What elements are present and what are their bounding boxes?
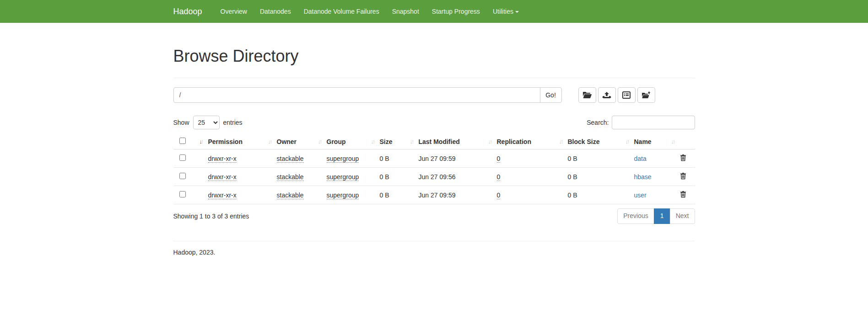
- directory-link[interactable]: data: [634, 155, 647, 162]
- create-directory-button[interactable]: [578, 87, 596, 103]
- path-bar: Go!: [173, 87, 695, 103]
- last-modified-value: Jun 27 09:59: [419, 155, 456, 162]
- sort-icon[interactable]: ↓↑: [625, 138, 629, 145]
- pagination: Previous 1 Next: [617, 208, 695, 224]
- list-alt-icon: [622, 91, 631, 99]
- header-group[interactable]: Group↓↑: [327, 134, 380, 149]
- table-footer-controls: Showing 1 to 3 of 3 entries Previous 1 N…: [173, 208, 695, 224]
- select-all-checkbox[interactable]: [179, 138, 186, 144]
- header-delete: [680, 134, 695, 149]
- directory-link[interactable]: hbase: [634, 173, 652, 181]
- sort-icon[interactable]: ↓↑: [199, 138, 203, 145]
- row-checkbox[interactable]: [179, 191, 186, 197]
- nav-item-datanode-volume-failures[interactable]: Datanode Volume Failures: [297, 0, 386, 23]
- nav-item-snapshot[interactable]: Snapshot: [386, 0, 426, 23]
- table-search: Search:: [587, 116, 695, 129]
- header-permission[interactable]: Permission↓↑: [208, 134, 277, 149]
- trash-icon: [680, 174, 686, 181]
- page-header: Browse Directory: [173, 47, 695, 78]
- nav-item-startup-progress[interactable]: Startup Progress: [426, 0, 486, 23]
- group-value[interactable]: supergroup: [327, 155, 359, 163]
- delete-button[interactable]: [680, 154, 686, 163]
- group-value[interactable]: supergroup: [327, 173, 359, 181]
- last-modified-value: Jun 27 09:56: [419, 173, 456, 181]
- group-value[interactable]: supergroup: [327, 192, 359, 199]
- table-row: drwxr-xr-x stackable supergroup 0 B Jun …: [173, 168, 695, 186]
- sort-icon[interactable]: ↓↑: [671, 138, 674, 145]
- page-length-select[interactable]: 25: [193, 116, 220, 129]
- explorer-actions: [578, 87, 655, 103]
- permission-value[interactable]: drwxr-xr-x: [208, 173, 237, 181]
- permission-value[interactable]: drwxr-xr-x: [208, 192, 237, 199]
- pagination-page-1[interactable]: 1: [654, 208, 670, 224]
- table-header-row: ↓↑ Permission↓↑ Owner↓↑ Group↓↑ Size↓↑ L…: [173, 134, 695, 149]
- navbar-brand[interactable]: Hadoop: [173, 0, 202, 23]
- directory-path-input[interactable]: [173, 87, 540, 103]
- permission-value[interactable]: drwxr-xr-x: [208, 155, 237, 163]
- header-replication[interactable]: Replication↓↑: [497, 134, 568, 149]
- replication-value[interactable]: 0: [497, 155, 501, 163]
- entries-label: entries: [223, 119, 243, 126]
- size-value: 0 B: [380, 173, 389, 181]
- go-button[interactable]: Go!: [540, 87, 562, 103]
- table-controls: Show 25 entries Search:: [173, 115, 695, 130]
- folder-open-icon: [582, 91, 592, 99]
- sort-icon[interactable]: ↓↑: [318, 138, 321, 145]
- size-value: 0 B: [380, 192, 389, 199]
- row-checkbox[interactable]: [179, 154, 186, 161]
- owner-value[interactable]: stackable: [277, 192, 304, 199]
- table-info: Showing 1 to 3 of 3 entries: [173, 213, 249, 220]
- show-label: Show: [173, 119, 189, 126]
- delete-button[interactable]: [680, 191, 686, 199]
- header-last-modified[interactable]: Last Modified↓↑: [419, 134, 497, 149]
- header-name[interactable]: Name↓↑: [634, 134, 680, 149]
- trash-icon: [680, 192, 686, 199]
- nav-item-datanodes[interactable]: Datanodes: [253, 0, 297, 23]
- sort-icon[interactable]: ↓↑: [268, 138, 271, 145]
- row-checkbox[interactable]: [179, 173, 186, 179]
- owner-value[interactable]: stackable: [277, 173, 304, 181]
- table-row: drwxr-xr-x stackable supergroup 0 B Jun …: [173, 149, 695, 168]
- pagination-next[interactable]: Next: [670, 208, 695, 224]
- header-select-all[interactable]: ↓↑: [173, 134, 208, 149]
- delete-button[interactable]: [680, 172, 686, 181]
- table-row: drwxr-xr-x stackable supergroup 0 B Jun …: [173, 186, 695, 204]
- size-value: 0 B: [380, 155, 389, 162]
- block-size-value: 0 B: [568, 192, 577, 199]
- sort-icon[interactable]: ↓↑: [410, 138, 413, 145]
- pagination-previous[interactable]: Previous: [617, 208, 654, 224]
- page-title: Browse Directory: [173, 47, 695, 65]
- header-size[interactable]: Size↓↑: [380, 134, 419, 149]
- top-navbar: Hadoop Overview Datanodes Datanode Volum…: [0, 0, 868, 23]
- set-quota-button[interactable]: [618, 87, 636, 103]
- upload-files-button[interactable]: [598, 87, 616, 103]
- block-size-value: 0 B: [568, 155, 577, 162]
- directory-link[interactable]: user: [634, 192, 647, 199]
- trash-icon: [680, 156, 686, 163]
- footer-text: Hadoop, 2023.: [173, 249, 695, 256]
- sort-icon[interactable]: ↓↑: [371, 138, 374, 145]
- sort-icon[interactable]: ↓↑: [488, 138, 491, 145]
- footer-divider: [173, 241, 695, 241]
- nav-item-utilities[interactable]: Utilities: [486, 0, 525, 23]
- last-modified-value: Jun 27 09:59: [419, 192, 456, 199]
- block-size-value: 0 B: [568, 173, 577, 181]
- directory-listing-table: ↓↑ Permission↓↑ Owner↓↑ Group↓↑ Size↓↑ L…: [173, 134, 695, 204]
- folder-move-icon: [642, 91, 651, 99]
- replication-value[interactable]: 0: [497, 173, 501, 181]
- chevron-down-icon: [515, 11, 519, 13]
- replication-value[interactable]: 0: [497, 192, 501, 199]
- move-paste-button[interactable]: [637, 87, 655, 103]
- search-input[interactable]: [612, 116, 695, 129]
- sort-icon[interactable]: ↓↑: [559, 138, 562, 145]
- header-owner[interactable]: Owner↓↑: [277, 134, 327, 149]
- nav-item-overview[interactable]: Overview: [214, 0, 253, 23]
- main-content: Browse Directory Go!: [167, 47, 702, 256]
- upload-icon: [602, 91, 611, 99]
- owner-value[interactable]: stackable: [277, 155, 304, 163]
- search-label: Search:: [587, 119, 609, 126]
- header-block-size[interactable]: Block Size↓↑: [568, 134, 634, 149]
